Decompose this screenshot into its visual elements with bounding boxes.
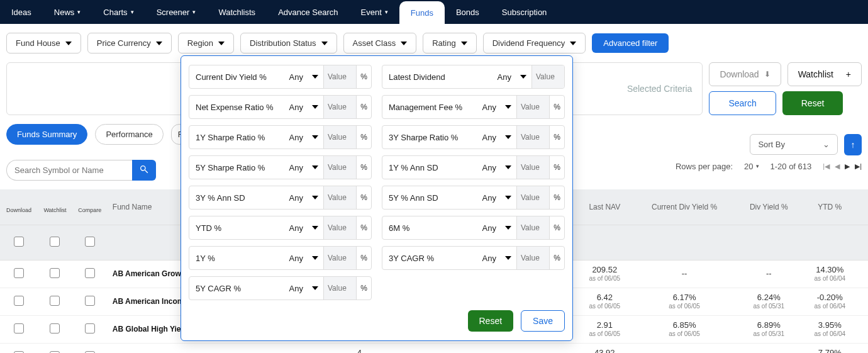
filter-comparator[interactable]: Any <box>286 163 307 172</box>
row-compare-checkbox[interactable] <box>85 351 95 354</box>
filter-region[interactable]: Region <box>178 33 234 53</box>
header-watchlist-checkbox[interactable] <box>50 237 60 247</box>
sort-direction-toggle[interactable]: ↑ <box>844 134 862 155</box>
header-compare-checkbox[interactable] <box>85 237 95 247</box>
filter-value-input[interactable] <box>516 186 549 209</box>
nav-watchlists[interactable]: Watchlists <box>207 0 267 24</box>
ccy-cell: USD <box>526 343 576 353</box>
nav-screener[interactable]: Screener▾ <box>145 0 208 24</box>
filter-comparator[interactable]: Any <box>479 254 500 263</box>
filter-field-label: YTD % <box>189 223 286 233</box>
pager-last-icon[interactable]: ▶| <box>855 162 862 171</box>
chevron-down-icon <box>312 165 318 169</box>
filter-comparator[interactable]: Any <box>479 193 500 203</box>
filter-value-input[interactable] <box>516 247 549 269</box>
filter-dividend-frequency[interactable]: Dividend Frequency <box>483 33 586 53</box>
filter-rating[interactable]: Rating <box>423 33 477 53</box>
col-last-nav[interactable]: Last NAV <box>576 189 633 225</box>
search-icon-button[interactable] <box>132 160 156 181</box>
reset-button[interactable]: Reset <box>782 91 843 115</box>
nav-bonds[interactable]: Bonds <box>445 0 491 24</box>
row-watchlist-checkbox[interactable] <box>50 296 60 306</box>
nav-event[interactable]: Event▾ <box>350 0 399 24</box>
filter-field: YTD %Any% <box>189 216 372 240</box>
percent-suffix: % <box>549 216 564 239</box>
cdy-cell: -- <box>633 260 736 288</box>
pager-prev-icon[interactable]: ◀ <box>835 162 840 171</box>
fund-name-cell[interactable]: AB Low Volatility Eq A USD <box>108 343 262 353</box>
filter-value-input[interactable] <box>323 126 356 148</box>
row-compare-checkbox[interactable] <box>85 296 95 306</box>
filter-value-input[interactable] <box>323 96 356 118</box>
filter-value-input[interactable] <box>323 247 356 269</box>
filter-comparator[interactable]: Any <box>479 103 500 112</box>
filter-comparator[interactable]: Any <box>286 223 307 233</box>
filter-comparator[interactable]: Any <box>286 103 307 112</box>
top-nav: Ideas News▾ Charts▾ Screener▾ Watchlists… <box>0 0 868 24</box>
chevron-down-icon: ▾ <box>385 9 388 15</box>
row-watchlist-checkbox[interactable] <box>50 351 60 354</box>
sort-by-dropdown[interactable]: Sort By⌄ <box>750 134 838 155</box>
nav-news[interactable]: News▾ <box>43 0 92 24</box>
col-current-div-yield[interactable]: Current Div Yield % <box>633 189 736 225</box>
row-download-checkbox[interactable] <box>14 296 24 306</box>
search-button[interactable]: Search <box>709 91 776 115</box>
filter-value-input[interactable] <box>323 65 356 88</box>
filter-value-input[interactable] <box>531 65 564 88</box>
row-download-checkbox[interactable] <box>14 351 24 354</box>
filter-field: Net Expense Ratio %Any% <box>189 95 372 119</box>
filter-comparator[interactable]: Any <box>479 223 500 233</box>
filter-comparator[interactable]: Any <box>479 133 500 142</box>
tab-funds-summary[interactable]: Funds Summary <box>6 124 87 145</box>
filter-value-input[interactable] <box>323 156 356 179</box>
filter-distribution-status[interactable]: Distribution Status <box>240 33 337 53</box>
row-download-checkbox[interactable] <box>14 268 24 278</box>
col-div-yield[interactable]: Div Yield % <box>736 189 802 225</box>
search-input[interactable] <box>6 160 132 181</box>
pager-next-icon[interactable]: ▶ <box>845 162 850 171</box>
pager-first-icon[interactable]: |◀ <box>823 162 830 171</box>
filter-field: Management Fee %Any% <box>382 95 565 119</box>
header-download-checkbox[interactable] <box>14 237 24 247</box>
filter-value-input[interactable] <box>516 96 549 118</box>
advanced-filter-button[interactable]: Advanced filter <box>592 33 669 53</box>
filter-comparator[interactable]: Any <box>286 254 307 263</box>
chevron-down-icon <box>312 256 318 260</box>
row-watchlist-checkbox[interactable] <box>50 323 60 333</box>
rows-per-page-select[interactable]: 20▾ <box>744 162 759 171</box>
filter-value-input[interactable] <box>516 156 549 179</box>
popup-save-button[interactable]: Save <box>521 310 565 332</box>
nav-ideas[interactable]: Ideas <box>0 0 43 24</box>
watchlist-button[interactable]: Watchlist + <box>787 62 862 86</box>
nav-subscription[interactable]: Subscription <box>491 0 559 24</box>
popup-reset-button[interactable]: Reset <box>468 310 514 332</box>
tab-performance[interactable]: Performance <box>95 124 163 145</box>
dy-cell: 6.24%as of 05/31 <box>736 288 802 315</box>
filter-value-input[interactable] <box>323 216 356 239</box>
filter-value-input[interactable] <box>323 277 356 300</box>
row-watchlist-checkbox[interactable] <box>50 268 60 278</box>
filter-comparator[interactable]: Any <box>286 72 307 82</box>
filter-comparator[interactable]: Any <box>286 284 307 293</box>
nav-charts[interactable]: Charts▾ <box>92 0 145 24</box>
filter-price-currency[interactable]: Price Currency <box>87 33 172 53</box>
filter-comparator[interactable]: Any <box>286 193 307 203</box>
download-button[interactable]: Download⬇ <box>709 62 781 86</box>
ytd-cell: -0.20%as of 06/04 <box>802 288 858 315</box>
last-nav-cell: 2.91as of 06/05 <box>576 315 633 343</box>
filter-comparator[interactable]: Any <box>479 163 500 172</box>
row-compare-checkbox[interactable] <box>85 268 95 278</box>
filter-asset-class[interactable]: Asset Class <box>343 33 417 53</box>
nav-funds[interactable]: Funds <box>399 1 445 24</box>
filter-fund-house[interactable]: Fund House <box>6 33 81 53</box>
row-compare-checkbox[interactable] <box>85 323 95 333</box>
filter-value-input[interactable] <box>323 186 356 209</box>
row-download-checkbox[interactable] <box>14 323 24 333</box>
nav-advance-search[interactable]: Advance Search <box>267 0 349 24</box>
filter-comparator[interactable]: Any <box>286 133 307 142</box>
filter-value-input[interactable] <box>516 216 549 239</box>
percent-suffix: % <box>356 216 371 239</box>
filter-value-input[interactable] <box>516 126 549 148</box>
col-ytd[interactable]: YTD % <box>802 189 858 225</box>
filter-comparator[interactable]: Any <box>494 72 515 82</box>
